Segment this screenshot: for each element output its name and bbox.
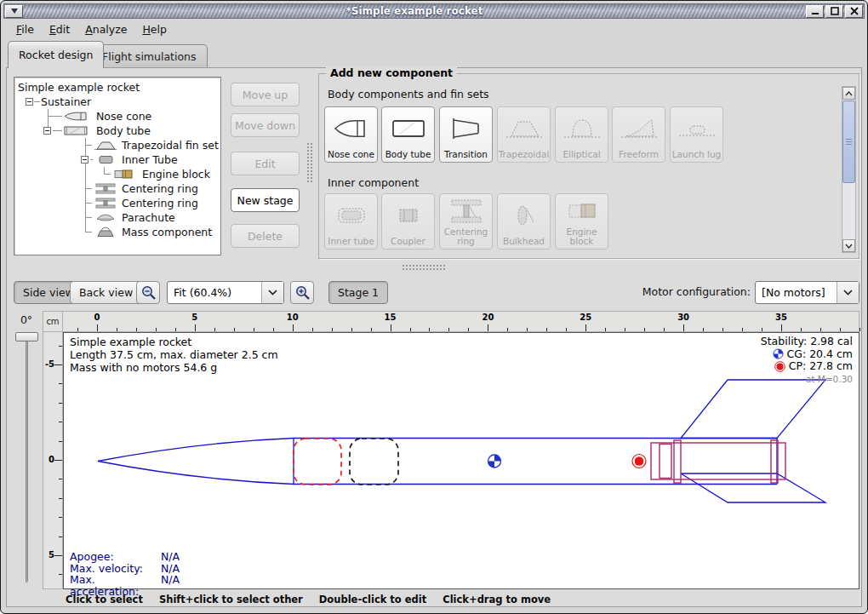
stability-value: Stability: 2.98 cal [761,336,853,348]
motor-config-select[interactable]: [No motors] [755,281,859,304]
tab-flight-simulations[interactable]: Flight simulations [91,44,208,68]
add-freeform-fin-button[interactable]: Freeform [612,106,665,163]
top-ruler: 05101520253035 [63,311,859,332]
tree-item-engine-block[interactable]: Engine block [14,167,220,181]
add-bulkhead-button[interactable]: Bulkhead [497,193,551,250]
cp-icon [774,361,785,372]
elliptical-fin-icon [562,107,602,150]
collapse-icon[interactable] [43,127,51,135]
cp-marker [632,455,646,468]
mass-component-icon [94,227,117,240]
trapezoidal-fin-icon [94,140,117,153]
new-stage-button[interactable]: New stage [231,188,300,212]
maximize-button[interactable] [825,5,843,18]
menu-bar: File Edit Analyze Help [3,19,865,39]
cg-icon [773,348,784,359]
close-icon [850,7,859,15]
chevron-down-icon [845,244,853,249]
tree-item-body-tube[interactable]: Body tube [14,123,220,138]
tab-bar: Rocket design Flight simulations [3,39,865,68]
add-engine-block-button[interactable]: Engine block [555,193,608,250]
body-tube-icon [389,107,428,150]
zoom-select[interactable]: Fit (60.4%) [167,281,284,304]
tree-item-nose-cone[interactable]: Nose cone [14,109,220,123]
app-window: *Simple example rocket File Edit Analyze… [0,0,868,614]
rotation-slider-handle[interactable] [15,332,38,341]
component-tree[interactable]: Simple example rocket Sustainer Nose con… [14,77,221,255]
add-trapezoidal-fin-button[interactable]: Trapezoidal [497,106,551,163]
move-down-button[interactable]: Move down [231,113,300,137]
window-menu-icon [9,7,20,15]
mass-component-outline [350,439,398,485]
add-elliptical-fin-button[interactable]: Elliptical [555,106,608,163]
apogee-value: N/A [161,551,180,563]
stage-1-toggle[interactable]: Stage 1 [328,281,388,304]
cp-row: CP: 27.8 cm [761,360,853,373]
move-up-button[interactable]: Move up [231,83,300,106]
apogee-label: Apogee: [70,551,161,563]
component-scrollbar[interactable] [842,86,856,253]
group-title: Add new component [326,66,457,79]
vertical-splitter-handle[interactable] [306,142,312,183]
edit-button[interactable]: Edit [231,152,300,175]
scroll-up-button[interactable] [842,87,855,100]
delete-button[interactable]: Delete [231,224,300,248]
rocket-design-panel: Simple example rocket Sustainer Nose con… [6,67,862,607]
left-ruler: -505 [43,332,63,589]
tree-item-centering-ring-1[interactable]: Centering ring [14,181,220,196]
tree-item-rocket[interactable]: Simple example rocket [14,80,220,95]
tree-item-sustainer[interactable]: Sustainer [14,95,220,109]
engine-block-icon [562,194,602,227]
hint-drag: Click+drag to move [443,594,551,605]
menu-edit[interactable]: Edit [42,21,77,37]
zoom-out-icon [140,284,157,301]
rocket-info: Simple example rocketLength 37.5 cm, max… [70,336,278,374]
tab-rocket-design[interactable]: Rocket design [8,41,104,68]
close-button[interactable] [845,5,863,18]
collapse-icon[interactable] [26,98,33,106]
cg-marker [488,455,501,468]
add-coupler-button[interactable]: Coupler [381,193,435,250]
tree-item-fin-set[interactable]: Trapezoidal fin set [14,138,220,152]
stability-info: Stability: 2.98 cal CG: 20.4 cm CP: 27.8… [761,336,853,385]
hint-double-click: Double-click to edit [319,594,426,605]
horizontal-splitter-handle[interactable] [402,264,446,271]
scroll-down-button[interactable] [842,239,855,252]
chevron-down-icon [268,290,277,296]
add-transition-button[interactable]: Transition [439,106,493,163]
tree-item-centering-ring-2[interactable]: Centering ring [14,196,220,210]
title-bar[interactable]: *Simple example rocket [3,3,865,19]
inner-tube-icon [332,194,371,237]
rotation-slider[interactable] [12,330,41,586]
window-menu-button[interactable] [5,5,23,18]
menu-file[interactable]: File [9,21,42,37]
motor-config-value: [No motors] [756,286,837,299]
engine-block-icon [111,169,135,182]
back-view-button[interactable]: Back view [70,281,142,304]
menu-analyze[interactable]: Analyze [77,21,134,37]
scrollbar-thumb[interactable] [842,100,855,183]
nose-cone-icon [63,111,89,124]
cp-value: CP: 27.8 cm [789,360,853,373]
add-nose-cone-button[interactable]: Nose cone [324,106,378,163]
body-tube-icon [63,125,89,139]
body-components-label: Body components and fin sets [328,88,489,100]
add-inner-tube-button[interactable]: Inner tube [324,193,378,250]
add-component-group: Add new component Body components and fi… [318,73,859,259]
add-launch-lug-button[interactable]: Launch lug [670,106,723,163]
transition-icon [447,107,486,150]
minimize-button[interactable] [806,5,824,18]
centering-ring-icon [447,194,486,227]
freeform-fin-icon [620,107,659,150]
tree-item-parachute[interactable]: Parachute [14,210,220,225]
menu-help[interactable]: Help [134,21,174,37]
tree-item-inner-tube[interactable]: Inner Tube [14,152,220,167]
zoom-in-button[interactable] [290,281,314,304]
add-body-tube-button[interactable]: Body tube [381,106,435,163]
rotation-slider-track[interactable] [26,337,28,582]
collapse-icon[interactable] [81,156,89,164]
zoom-out-button[interactable] [136,281,160,304]
tree-item-mass-component[interactable]: Mass component [14,225,220,239]
add-centering-ring-button[interactable]: Centering ring [439,193,493,250]
rocket-figure-canvas[interactable]: Simple example rocketLength 37.5 cm, max… [63,332,859,589]
